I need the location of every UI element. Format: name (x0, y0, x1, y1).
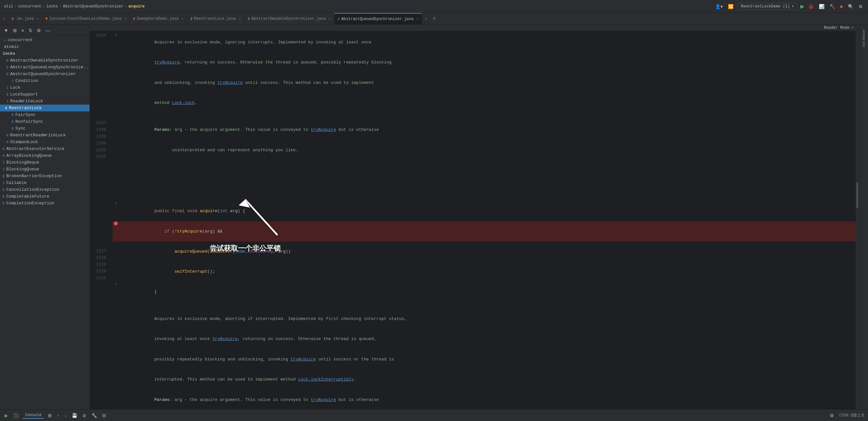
tab-semaphore[interactable]: J SemaphoreDemo.java ✕ (130, 13, 187, 24)
sidebar-item-lock[interactable]: I Lock (0, 84, 90, 91)
sidebar-item-reentrantlock[interactable]: C ReentrantLock (0, 105, 90, 111)
sidebar-item-label: CancellationException (6, 187, 60, 192)
class-icon: C (3, 174, 5, 178)
tab-close[interactable]: ✕ (37, 17, 39, 21)
code-line (113, 188, 859, 194)
run-button[interactable]: ▶ (800, 3, 804, 9)
settings-button[interactable]: ⚙ (857, 3, 864, 10)
sidebar-item-abstractqueued[interactable]: C AbstractQueuedSynchronizer (0, 71, 90, 77)
sidebar-item-label: BlockingDeque (6, 160, 39, 165)
sidebar-expand[interactable]: ⇅ (27, 27, 34, 34)
fold-marker[interactable]: ▾ (115, 282, 117, 287)
sidebar-item-abstractexecutor[interactable]: C AbstractExecutorService (0, 145, 90, 152)
code-line-1200: selfInterrupt(); (113, 262, 859, 282)
sidebar-item-nonfairsync[interactable]: C NonfairSync (0, 118, 90, 125)
main-layout: ▼ ⊞ ≡ ⇅ ⚙ — ▸ concurrent atomic locks C … (0, 25, 868, 409)
sidebar-item-locksupport[interactable]: C LockSupport (0, 91, 90, 98)
bottom-filter-btn[interactable]: ⊟ (101, 412, 107, 419)
sidebar-item-label: ReentrantReadWriteLock (10, 133, 66, 138)
sidebar-item-condition[interactable]: I Condition (0, 77, 90, 84)
editor-content[interactable]: 1184 1197 1198 1199 (90, 31, 859, 409)
vcs-button[interactable]: 🔀 (727, 3, 735, 10)
search-button[interactable]: 🔍 (847, 3, 855, 10)
bottom-layout-btn[interactable]: ⊞ (46, 412, 53, 419)
sidebar-item-label: AbstractQueuedSynchronizer (10, 72, 76, 77)
bottom-up-btn[interactable]: ↑ (56, 412, 60, 419)
sidebar-item-callable[interactable]: I Callable (0, 179, 90, 186)
class-icon: C (3, 188, 5, 192)
tab-countdown[interactable]: ■ juccase/CountDownLatchDemo.java ✕ (42, 13, 130, 24)
tab-label: AbstractQueuedSynchronizer.java (341, 17, 413, 21)
sidebar-item-blockingqueue[interactable]: I BlockingQueue (0, 166, 90, 173)
sidebar-item-abstractownable[interactable]: C AbstractOwnableSynchronizer (0, 57, 90, 64)
breakpoint[interactable] (114, 222, 118, 225)
sidebar-hide[interactable]: — (44, 27, 52, 34)
sidebar-item-label: StampedLock (10, 140, 38, 144)
fold-marker[interactable]: ▾ (115, 201, 117, 206)
title-bar: util › concurrent › locks › AbstractQueu… (0, 0, 868, 13)
sidebar-item-label: AbstractExecutorService (6, 146, 64, 151)
sidebar-dropdown[interactable]: ▼ (3, 27, 10, 34)
sidebar-item-locks[interactable]: locks (0, 50, 90, 57)
tab-mo-java[interactable]: J .mo.java ✕ (8, 13, 42, 24)
sidebar-item-stampedlock[interactable]: C StampedLock (0, 139, 90, 145)
title-bar-right: 👤▾ 🔀 ReentrantLockDemo (1) ▾ ▶ 🐞 📊 🔨 ■ 🔍… (714, 3, 864, 10)
tab-close[interactable]: ✕ (124, 17, 126, 21)
tree-collapse-icon: ▸ (4, 38, 6, 42)
sidebar-item-blockingdeque[interactable]: I BlockingDeque (0, 159, 90, 166)
sidebar-item-brokenbarrier[interactable]: C BrokenBarrierException (0, 173, 90, 179)
sidebar-item-completable[interactable]: C CompletableFuture (0, 193, 90, 200)
bottom-tools-btn[interactable]: 🔧 (90, 412, 98, 419)
sidebar-layout[interactable]: ⊞ (12, 27, 18, 34)
run-config[interactable]: ReentrantLockDemo (1) ▾ (737, 3, 798, 10)
tab-scroll-right[interactable]: › (422, 16, 430, 22)
sidebar-item-completionexception[interactable]: C CompletionException (0, 200, 90, 206)
sidebar-item-abstractqueuedlong[interactable]: C AbstractQueuedLongSynchronize... (0, 64, 90, 71)
fold-marker[interactable]: ▾ (115, 32, 117, 37)
bottom-settings-btn[interactable]: ⚙ (829, 412, 835, 419)
tab-overflow[interactable]: ≡ (430, 16, 438, 22)
scrollbar-thumb[interactable] (856, 182, 858, 208)
bottom-tab-console[interactable]: Console (23, 412, 44, 419)
bottom-cancel-btn[interactable]: ⊘ (81, 412, 88, 419)
sidebar-toolbar: ▼ ⊞ ≡ ⇅ ⚙ — (0, 26, 90, 35)
tab-scroll-left[interactable]: ‹ (0, 16, 8, 22)
breadcrumb-locks: locks (46, 4, 58, 9)
sidebar-item-atomic[interactable]: atomic (0, 44, 90, 50)
class-icon: C (6, 134, 9, 137)
bottom-run-button[interactable]: ▶ (3, 412, 9, 419)
sidebar-settings[interactable]: ⚙ (36, 27, 42, 34)
tab-close[interactable]: ✕ (329, 17, 331, 21)
code-line-1202 (113, 302, 859, 309)
breadcrumb: util › concurrent › locks › AbstractQueu… (4, 4, 714, 9)
line-gutter: ▾ (113, 32, 119, 37)
sidebar-item-label: BrokenBarrierException (6, 174, 62, 178)
tab-close[interactable]: ✕ (181, 17, 183, 21)
sidebar-item-reentrantreadwrite[interactable]: C ReentrantReadWriteLock (0, 132, 90, 139)
bottom-down-btn[interactable]: ↓ (63, 412, 68, 419)
sidebar-item-label: Condition (16, 78, 38, 83)
tab-abstractqueued-active[interactable]: J AbstractQueuedSynchronizer.java ✕ (334, 13, 422, 24)
debug-button[interactable]: 🐞 (807, 3, 815, 10)
sidebar-item-arrayblocking[interactable]: C ArrayBlockingQueue (0, 152, 90, 159)
code-editor[interactable]: ▾ Acquires in exclusive mode, ignoring i… (109, 31, 859, 409)
coverage-button[interactable]: 📊 (817, 3, 826, 10)
sidebar-collapse[interactable]: ≡ (20, 27, 25, 34)
scrollbar-vertical[interactable] (856, 31, 859, 409)
tab-close[interactable]: ✕ (239, 17, 241, 21)
tab-reentrantlock[interactable]: J ReentrantLock.java ✕ (187, 13, 244, 24)
sidebar-item-readwritelock[interactable]: I ReadWriteLock (0, 98, 90, 105)
sidebar-item-sync[interactable]: C Sync (0, 125, 90, 132)
bottom-console-icon[interactable]: ⬛ (12, 412, 20, 419)
profile-button[interactable]: 👤▾ (714, 3, 724, 10)
sidebar-item-cancellation[interactable]: C CancellationException (0, 186, 90, 193)
sidebar-item-fairsync[interactable]: C FairSync (0, 111, 90, 118)
code-line-1201: ▾ } (113, 282, 859, 302)
tab-close[interactable]: ✕ (416, 17, 418, 21)
stop-button[interactable]: ■ (839, 3, 844, 10)
tab-abstractownable[interactable]: J AbstractOwnableSynchronizer.java ✕ (245, 13, 334, 24)
tab-label: .mo.java (15, 17, 34, 21)
database-label: Database (862, 30, 866, 47)
build-button[interactable]: 🔨 (828, 3, 836, 10)
bottom-save-btn[interactable]: 💾 (70, 412, 79, 419)
